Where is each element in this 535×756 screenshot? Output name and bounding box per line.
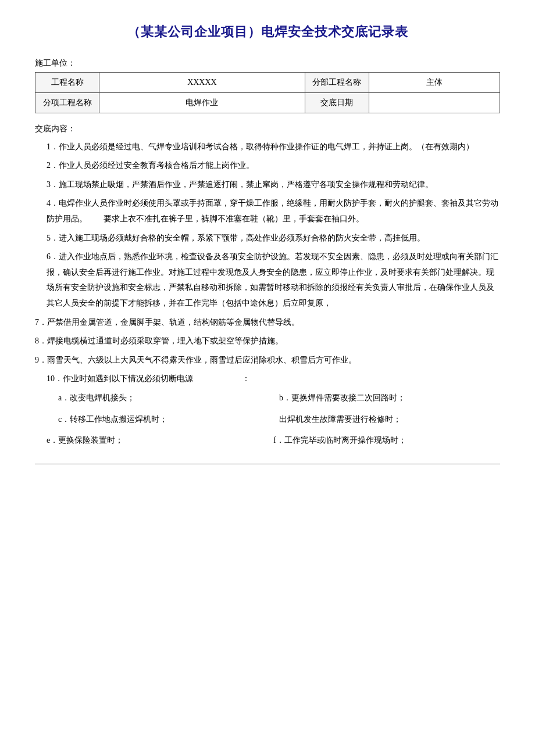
bottom-border-line	[35, 464, 500, 464]
col-left-cd: c．转移工作地点搬运焊机时；	[35, 412, 279, 431]
jiao-di-content: 交底内容： 1．作业人员必须是经过电、气焊专业培训和考试合格，取得特种作业操作证…	[35, 121, 500, 452]
item-10-sub: a．改变电焊机接头； b．更换焊件需要改接二次回路时；	[35, 390, 500, 410]
cell-label-jiaodidate: 交底日期	[305, 93, 369, 113]
col-left-ef: e．更换保险装置时；	[35, 433, 273, 452]
col-right-cd: 出焊机发生故障需要进行检修时；	[279, 412, 500, 431]
item-10f: f．工作完毕或临时离开操作现场时；	[273, 433, 500, 449]
item-10c: c．转移工作地点搬运焊机时；	[58, 412, 279, 428]
item-3: 3．施工现场禁止吸烟，严禁酒后作业，严禁追逐打闹，禁止窜岗，严格遵守各项安全操作…	[47, 177, 500, 193]
page-title: （某某公司企业项目）电焊安全技术交底记录表	[35, 23, 500, 41]
item-9: 9．雨雪天气、六级以上大风天气不得露天作业，雨雪过后应消除积水、积雪后方可作业。	[35, 353, 500, 368]
page-container: （某某公司企业项目）电焊安全技术交底记录表 施工单位： 工程名称 XXXXX 分…	[35, 23, 500, 464]
col-left: a．改变电焊机接头；	[35, 390, 279, 410]
table-row: 分项工程名称 电焊作业 交底日期	[35, 93, 500, 113]
cell-label-fenbu: 分部工程名称	[305, 73, 369, 93]
item-10: 10．作业时如遇到以下情况必须切断电源 ：	[47, 371, 500, 387]
item-5: 5．进入施工现场必须戴好合格的安全帽，系紧下颚带，高处作业必须系好合格的防火安全…	[47, 231, 500, 246]
table-row: 工程名称 XXXXX 分部工程名称 主体	[35, 73, 500, 93]
item-10-ef: e．更换保险装置时； f．工作完毕或临时离开操作现场时；	[35, 433, 500, 452]
item-10e: e．更换保险装置时；	[47, 433, 273, 449]
item-1: 1．作业人员必须是经过电、气焊专业培训和考试合格，取得特种作业操作证的电气焊工，…	[47, 139, 500, 155]
item-8: 8．焊接电缆横过通道时必须采取穿管，埋入地下或架空等保护措施。	[35, 334, 500, 349]
info-table: 工程名称 XXXXX 分部工程名称 主体 分项工程名称 电焊作业 交底日期	[35, 72, 500, 113]
cell-value-gongcheng: XXXXX	[99, 73, 305, 93]
col-right-ef: f．工作完毕或临时离开操作现场时；	[273, 433, 500, 452]
item-6: 6．进入作业地点后，熟悉作业环境，检查设备及各项安全防护设施。若发现不安全因素、…	[47, 249, 500, 311]
item-2: 2．作业人员必须经过安全教育考核合格后才能上岗作业。	[47, 158, 500, 174]
cell-value-fenxiang: 电焊作业	[99, 93, 305, 113]
cell-value-fenbu: 主体	[369, 73, 500, 93]
cell-label-fenxiang: 分项工程名称	[35, 93, 99, 113]
shi-gong-unit-row: 施工单位：	[35, 58, 500, 69]
cell-value-jiaodidate	[369, 93, 500, 113]
item-10-cd: c．转移工作地点搬运焊机时； 出焊机发生故障需要进行检修时；	[35, 412, 500, 431]
item-7: 7．严禁借用金属管道，金属脚手架、轨道，结构钢筋等金属物代替导线。	[35, 315, 500, 331]
item-10a: a．改变电焊机接头；	[58, 390, 279, 406]
jiao-di-label: 交底内容：	[35, 121, 500, 137]
cell-label-gongcheng: 工程名称	[35, 73, 99, 93]
item-4: 4．电焊作业人员作业时必须使用头罩或手持面罩，穿干燥工作服，绝缘鞋，用耐火防护手…	[47, 196, 500, 227]
item-10d: 出焊机发生故障需要进行检修时；	[279, 412, 500, 428]
item-10b: b．更换焊件需要改接二次回路时；	[279, 390, 500, 406]
col-right: b．更换焊件需要改接二次回路时；	[279, 390, 500, 410]
shi-gong-label: 施工单位：	[35, 59, 76, 67]
